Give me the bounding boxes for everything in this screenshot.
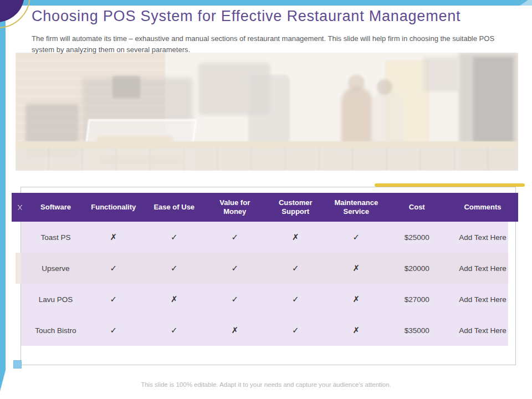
pos-comparison-table: Software Functionality Ease of Use Value…	[12, 193, 518, 346]
column-header-value-for-money: Value for Money	[204, 198, 265, 217]
functionality-mark: ✗	[83, 232, 144, 242]
functionality-mark: ✓	[83, 263, 144, 273]
column-header-software: Software	[28, 203, 83, 212]
cost-value: $27000	[387, 295, 448, 304]
software-name: Lavu POS	[28, 295, 83, 304]
footer-note: This slide is 100% editable. Adapt it to…	[0, 381, 532, 388]
table-row: Upserve ✓ ✓ ✓ ✓ ✗ $20000 Add Text Here	[12, 253, 518, 284]
column-header-functionality: Functionality	[83, 203, 144, 212]
ease-of-use-mark: ✓	[144, 232, 205, 242]
top-accent-bar	[0, 0, 532, 6]
ease-of-use-mark: ✗	[144, 294, 205, 304]
cost-value: $35000	[387, 326, 448, 335]
ease-of-use-mark: ✓	[144, 263, 205, 273]
crossed-utensils-icon	[12, 203, 28, 212]
column-header-customer-support: Customer Support	[265, 198, 326, 217]
cost-value: $20000	[387, 264, 448, 273]
column-header-ease-of-use: Ease of Use	[144, 203, 205, 212]
table-header-row: Software Functionality Ease of Use Value…	[12, 193, 518, 222]
customer-support-mark: ✓	[265, 263, 326, 273]
comments-placeholder[interactable]: Add Text Here	[447, 326, 518, 335]
software-name: Touch Bistro	[28, 326, 83, 335]
column-header-comments: Comments	[447, 203, 518, 212]
restaurant-photo	[16, 53, 518, 171]
page-title: Choosing POS System for Effective Restau…	[32, 8, 519, 25]
cost-value: $25000	[387, 233, 448, 242]
comments-placeholder[interactable]: Add Text Here	[447, 233, 518, 242]
table-row: Toast PS ✗ ✓ ✓ ✗ ✓ $25000 Add Text Here	[12, 222, 518, 253]
maintenance-service-mark: ✗	[326, 325, 387, 335]
software-name: Upserve	[28, 264, 83, 273]
functionality-mark: ✓	[83, 294, 144, 304]
customer-support-mark: ✓	[265, 325, 326, 335]
customer-support-mark: ✓	[265, 294, 326, 304]
column-header-maintenance-service: Maintenance Service	[326, 198, 387, 217]
page-subtitle: The firm will automate its time – exhaus…	[32, 33, 507, 55]
left-accent-strip	[0, 0, 6, 391]
value-for-money-mark: ✗	[204, 325, 265, 335]
maintenance-service-mark: ✓	[326, 232, 387, 242]
comments-placeholder[interactable]: Add Text Here	[447, 264, 518, 273]
value-for-money-mark: ✓	[204, 263, 265, 273]
yellow-accent-line	[375, 183, 525, 187]
maintenance-service-mark: ✗	[326, 294, 387, 304]
customer-support-mark: ✗	[265, 232, 326, 242]
top-bar-corner-cut	[519, 0, 532, 6]
ease-of-use-mark: ✓	[144, 325, 205, 335]
table-row: Lavu POS ✓ ✗ ✓ ✓ ✗ $27000 Add Text Here	[12, 284, 518, 315]
table-row: Touch Bistro ✓ ✓ ✗ ✓ ✗ $35000 Add Text H…	[12, 315, 518, 346]
functionality-mark: ✓	[83, 325, 144, 335]
column-header-cost: Cost	[387, 203, 448, 212]
comments-placeholder[interactable]: Add Text Here	[447, 295, 518, 304]
value-for-money-mark: ✓	[204, 294, 265, 304]
photo-wash-overlay	[16, 53, 518, 171]
resize-handle[interactable]	[13, 360, 22, 369]
maintenance-service-mark: ✗	[326, 263, 387, 273]
software-name: Toast PS	[28, 233, 83, 242]
value-for-money-mark: ✓	[204, 232, 265, 242]
